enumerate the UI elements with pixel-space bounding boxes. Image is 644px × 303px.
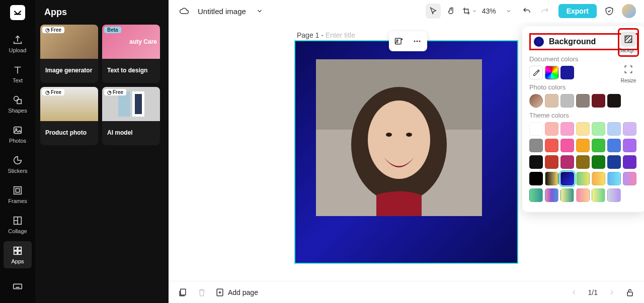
undo-button[interactable] — [519, 4, 534, 19]
section-theme-colors: Theme colors — [529, 112, 638, 119]
swatch-theme-color[interactable] — [529, 122, 543, 136]
cloud-sync-button[interactable] — [177, 4, 192, 19]
swatch-theme-color[interactable] — [529, 139, 543, 152]
swatch-theme-color[interactable] — [576, 122, 590, 136]
side-tool-label: Resize — [621, 78, 636, 83]
tool-crop-dropdown[interactable] — [462, 4, 477, 19]
delete-page-button[interactable] — [196, 286, 208, 298]
swatch-theme-color[interactable] — [592, 122, 605, 136]
app-logo[interactable] — [10, 5, 25, 20]
swatch-theme-gradient[interactable] — [545, 172, 558, 185]
svg-point-13 — [396, 40, 398, 41]
shapes-icon — [12, 94, 23, 106]
export-button[interactable]: Export — [558, 4, 597, 18]
rail-item-shapes[interactable]: Shapes — [4, 90, 32, 118]
canvas-area[interactable]: Page 1 - Enter title — [169, 22, 644, 281]
rail-item-text[interactable]: Text — [4, 60, 32, 87]
rail-item-photos[interactable]: Photos — [4, 121, 32, 148]
document-title-dropdown[interactable] — [252, 4, 267, 19]
add-page-button[interactable]: Add page — [215, 287, 258, 297]
swatch-photo-color[interactable] — [545, 94, 558, 108]
swatch-theme-gradient[interactable] — [592, 172, 605, 185]
zoom-level[interactable]: 43% — [480, 7, 498, 15]
shield-button[interactable] — [602, 4, 617, 19]
swatch-theme-color[interactable] — [529, 155, 543, 169]
rail-item-apps[interactable]: Apps — [4, 241, 32, 268]
canvas-photo[interactable] — [316, 59, 482, 216]
swatch-theme-color[interactable] — [560, 139, 574, 152]
swatch-theme-color[interactable] — [592, 155, 605, 169]
page-title-input[interactable]: Enter title — [326, 31, 355, 39]
swatch-theme-gradient[interactable] — [560, 172, 574, 185]
upload-icon — [12, 34, 23, 45]
rail-item-stickers[interactable]: Stickers — [4, 151, 32, 178]
badge-free: ◔ Free — [42, 27, 64, 33]
swatch-theme-gradient[interactable] — [592, 188, 605, 202]
swatch-theme-color[interactable] — [607, 122, 621, 136]
swatch-theme-gradient[interactable] — [623, 172, 636, 185]
next-page-button[interactable] — [606, 286, 618, 298]
lock-button[interactable] — [624, 286, 636, 298]
color-picker-button[interactable] — [545, 66, 558, 79]
swatch-theme-color[interactable] — [623, 155, 636, 169]
rail-item-collage[interactable]: Collage — [4, 211, 32, 238]
redo-button[interactable] — [537, 4, 552, 19]
swatch-theme-color[interactable] — [545, 155, 558, 169]
swatch-document-color[interactable] — [560, 66, 574, 79]
swatch-theme-color[interactable] — [545, 139, 558, 152]
swatch-theme-color[interactable] — [592, 139, 605, 152]
app-card-image-generator[interactable]: ◔ Free Image generator — [40, 25, 98, 83]
page-label: Page 1 - Enter title — [297, 31, 355, 39]
swatch-theme-color[interactable] — [607, 139, 621, 152]
eyedropper-button[interactable] — [529, 66, 543, 79]
add-page-icon — [215, 287, 225, 297]
svg-rect-7 — [14, 247, 17, 250]
swatch-theme-color[interactable] — [623, 122, 636, 136]
side-tool-background[interactable]: Backgr... — [618, 28, 639, 57]
document-title[interactable]: Untitled image — [198, 7, 246, 16]
zoom-dropdown[interactable] — [501, 4, 516, 19]
pages-list-button[interactable] — [177, 286, 189, 298]
swatch-theme-color[interactable] — [529, 172, 543, 185]
svg-rect-27 — [627, 292, 632, 296]
swatch-photo-thumb[interactable] — [529, 94, 543, 108]
swatch-photo-color[interactable] — [607, 94, 621, 108]
swatch-theme-color[interactable] — [576, 155, 590, 169]
swatch-theme-gradient[interactable] — [545, 188, 558, 202]
svg-point-0 — [14, 96, 19, 101]
swatch-theme-gradient[interactable] — [560, 188, 574, 202]
swatch-photo-color[interactable] — [592, 94, 605, 108]
svg-point-21 — [386, 133, 392, 137]
swatch-theme-gradient[interactable] — [607, 188, 621, 202]
prev-page-button[interactable] — [568, 286, 580, 298]
rail-item-keyboard[interactable] — [4, 277, 32, 298]
swatch-theme-color[interactable] — [607, 155, 621, 169]
swatch-theme-color[interactable] — [560, 155, 574, 169]
swatch-theme-color[interactable] — [545, 122, 558, 136]
app-card-text-to-design[interactable]: Beta auty Care Text to design — [102, 25, 160, 83]
swatch-theme-gradient[interactable] — [607, 172, 621, 185]
tool-hand[interactable] — [444, 4, 459, 19]
app-card-product-photo[interactable]: ◔ Free Product photo — [40, 87, 98, 145]
background-icon — [623, 34, 633, 44]
more-actions-button[interactable] — [409, 33, 425, 49]
swatch-theme-gradient[interactable] — [576, 172, 590, 185]
canvas-page[interactable] — [294, 40, 518, 264]
user-avatar[interactable] — [622, 4, 636, 18]
rail-item-frames[interactable]: Frames — [4, 181, 32, 208]
badge-free: ◔ Free — [104, 89, 126, 95]
swatch-theme-color[interactable] — [623, 139, 636, 152]
tool-select[interactable] — [426, 4, 441, 19]
photo-svg — [316, 59, 482, 216]
add-image-button[interactable] — [391, 33, 407, 49]
swatch-theme-color[interactable] — [560, 122, 574, 136]
app-card-ai-model[interactable]: ◔ Free AI model — [102, 87, 160, 145]
swatch-theme-gradient[interactable] — [576, 188, 590, 202]
swatch-theme-gradient[interactable] — [529, 188, 543, 202]
swatch-photo-color[interactable] — [576, 94, 590, 108]
swatch-theme-color[interactable] — [576, 139, 590, 152]
swatch-photo-color[interactable] — [560, 94, 574, 108]
rail-item-upload[interactable]: Upload — [4, 30, 32, 57]
side-tool-resize[interactable]: Resize — [618, 60, 639, 85]
background-panel-title: Background — [549, 37, 596, 46]
